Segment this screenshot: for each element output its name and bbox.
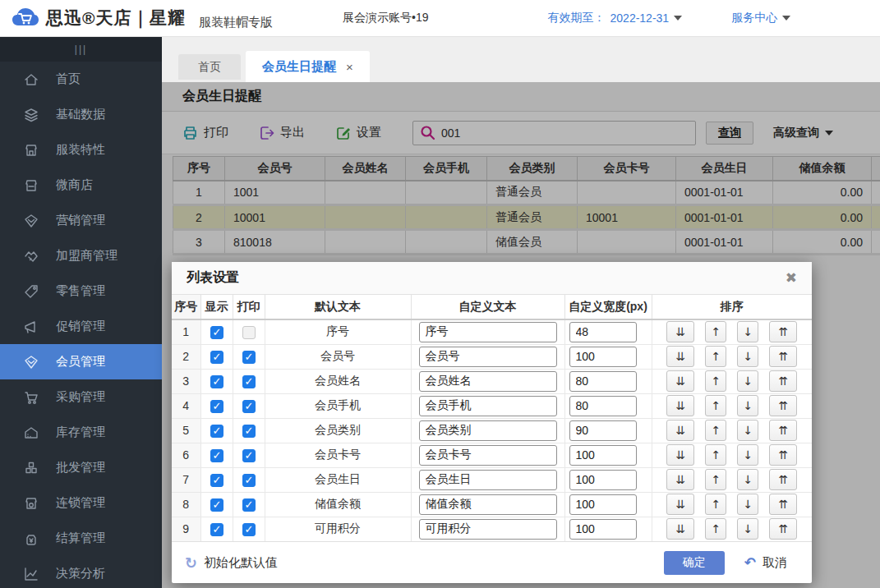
move-down-button[interactable]: ↓: [737, 469, 758, 490]
move-bottom-button[interactable]: ⇊: [666, 321, 694, 342]
dialog-close-icon[interactable]: ✖: [786, 269, 797, 287]
sidebar-item-purchasing[interactable]: 采购管理: [0, 379, 162, 415]
print-checkbox[interactable]: [242, 326, 256, 339]
move-bottom-button[interactable]: ⇊: [666, 444, 694, 466]
settings-row: 8 储值余额 ⇊↑↓⇈: [172, 492, 812, 517]
show-checkbox[interactable]: [210, 498, 223, 512]
move-bottom-button[interactable]: ⇊: [666, 370, 694, 392]
move-down-button[interactable]: ↓: [737, 444, 758, 466]
sidebar-item-settlement[interactable]: 结算管理: [0, 521, 162, 556]
custom-text-input[interactable]: [419, 470, 557, 490]
refresh-icon: ↻: [185, 554, 197, 572]
custom-text-input[interactable]: [419, 322, 557, 342]
sidebar-item-apparel-features[interactable]: 服装特性: [0, 132, 162, 168]
custom-text-input[interactable]: [419, 347, 557, 367]
move-top-button[interactable]: ⇈: [769, 395, 797, 416]
move-top-button[interactable]: ⇈: [769, 346, 797, 367]
move-bottom-button[interactable]: ⇊: [666, 518, 694, 540]
tab-home[interactable]: 首页: [178, 54, 241, 80]
sidebar-item-retail[interactable]: 零售管理: [0, 273, 162, 309]
custom-text-input[interactable]: [419, 494, 557, 515]
move-up-button[interactable]: ↑: [705, 370, 726, 392]
print-checkbox[interactable]: [242, 400, 256, 413]
move-top-button[interactable]: ⇈: [769, 321, 797, 342]
move-down-button[interactable]: ↓: [737, 420, 758, 441]
move-top-button[interactable]: ⇈: [769, 370, 797, 392]
custom-text-input[interactable]: [419, 519, 557, 540]
sidebar-collapse-handle[interactable]: |||: [0, 37, 162, 62]
tab-close-icon[interactable]: ×: [346, 60, 353, 74]
custom-text-input[interactable]: [419, 396, 557, 416]
custom-width-input[interactable]: [569, 470, 637, 490]
custom-text-input[interactable]: [419, 445, 557, 466]
move-bottom-button[interactable]: ⇊: [666, 346, 694, 367]
move-down-button[interactable]: ↓: [737, 518, 758, 540]
custom-width-input[interactable]: [569, 371, 637, 392]
sidebar-item-franchisee[interactable]: 加盟商管理: [0, 238, 162, 273]
print-checkbox[interactable]: [242, 351, 256, 364]
sidebar-item-wholesale[interactable]: 批发管理: [0, 450, 162, 485]
sidebar-item-analytics[interactable]: 决策分析: [0, 556, 162, 588]
sidebar-item-members[interactable]: 会员管理: [0, 344, 162, 379]
sidebar-item-basic-data[interactable]: 基础数据: [0, 97, 162, 132]
move-up-button[interactable]: ↑: [705, 395, 726, 416]
custom-width-input[interactable]: [569, 519, 637, 540]
custom-width-input[interactable]: [569, 445, 637, 466]
move-bottom-button[interactable]: ⇊: [666, 395, 694, 416]
custom-text-input[interactable]: [419, 420, 557, 441]
cancel-button[interactable]: ↶ 取消: [744, 554, 787, 571]
move-up-button[interactable]: ↑: [705, 346, 726, 367]
print-checkbox[interactable]: [242, 449, 256, 462]
show-checkbox[interactable]: [210, 425, 223, 438]
sidebar-item-chain[interactable]: 连锁管理: [0, 485, 162, 521]
custom-width-input[interactable]: [569, 420, 637, 441]
service-center-dropdown[interactable]: 服务中心: [731, 11, 790, 25]
move-down-button[interactable]: ↓: [737, 395, 758, 416]
custom-width-input[interactable]: [569, 347, 637, 367]
show-checkbox[interactable]: [210, 523, 223, 536]
show-checkbox[interactable]: [210, 400, 223, 413]
move-down-button[interactable]: ↓: [737, 370, 758, 392]
sidebar-item-inventory[interactable]: 库存管理: [0, 415, 162, 450]
move-top-button[interactable]: ⇈: [769, 518, 797, 540]
sidebar-item-label: 加盟商管理: [56, 248, 117, 264]
move-bottom-button[interactable]: ⇊: [666, 469, 694, 490]
move-top-button[interactable]: ⇈: [769, 494, 797, 515]
sidebar-item-micro-store[interactable]: 微商店: [0, 168, 162, 203]
move-top-button[interactable]: ⇈: [769, 469, 797, 490]
print-checkbox[interactable]: [242, 425, 256, 438]
move-up-button[interactable]: ↑: [705, 321, 726, 342]
tab-member-birthday[interactable]: 会员生日提醒 ×: [246, 51, 370, 82]
init-defaults-button[interactable]: ↻ 初始化默认值: [185, 554, 278, 572]
move-top-button[interactable]: ⇈: [769, 444, 797, 466]
move-up-button[interactable]: ↑: [705, 518, 726, 540]
show-checkbox[interactable]: [210, 326, 223, 339]
show-checkbox[interactable]: [210, 375, 223, 388]
custom-width-input[interactable]: [569, 396, 637, 416]
show-checkbox[interactable]: [210, 351, 223, 364]
print-checkbox[interactable]: [242, 523, 256, 536]
move-down-button[interactable]: ↓: [737, 346, 758, 367]
show-checkbox[interactable]: [210, 449, 223, 462]
sidebar-item-marketing[interactable]: 营销管理: [0, 203, 162, 238]
move-bottom-button[interactable]: ⇊: [666, 494, 694, 515]
move-up-button[interactable]: ↑: [705, 494, 726, 515]
ok-button[interactable]: 确定: [664, 551, 725, 575]
show-checkbox[interactable]: [210, 474, 223, 487]
move-down-button[interactable]: ↓: [737, 321, 758, 342]
print-checkbox[interactable]: [242, 474, 256, 487]
custom-width-input[interactable]: [569, 322, 637, 342]
move-up-button[interactable]: ↑: [705, 444, 726, 466]
custom-width-input[interactable]: [569, 494, 637, 515]
move-top-button[interactable]: ⇈: [769, 420, 797, 441]
move-bottom-button[interactable]: ⇊: [666, 420, 694, 441]
print-checkbox[interactable]: [242, 375, 256, 388]
custom-text-input[interactable]: [419, 371, 557, 392]
print-checkbox[interactable]: [242, 498, 256, 512]
validity-dropdown[interactable]: 有效期至：2022-12-31: [548, 11, 683, 25]
move-up-button[interactable]: ↑: [705, 420, 726, 441]
move-down-button[interactable]: ↓: [737, 494, 758, 515]
sidebar-item-promotion[interactable]: 促销管理: [0, 309, 162, 344]
move-up-button[interactable]: ↑: [705, 469, 726, 490]
sidebar-item-home[interactable]: 首页: [0, 62, 162, 97]
